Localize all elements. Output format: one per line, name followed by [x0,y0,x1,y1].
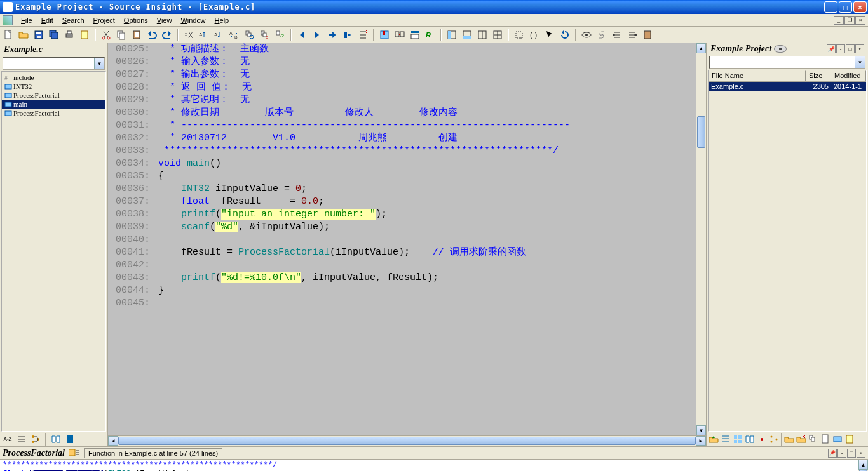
layout3-button[interactable] [475,28,489,42]
sort-az-button[interactable]: A-Z [1,434,14,445]
code-line[interactable]: 00025: * 功能描述： 主函数 [108,43,696,56]
sync-button[interactable] [756,434,768,445]
symbol-browse-button[interactable] [408,28,422,42]
redo-button[interactable] [160,28,174,42]
paste-button[interactable] [130,28,144,42]
scroll-down-button[interactable]: ▼ [696,425,706,435]
select-block-button[interactable] [512,28,526,42]
details-view-button[interactable] [732,434,743,445]
goto-link-button[interactable] [595,28,609,42]
symbol-item[interactable]: ProcessFactorial [2,109,105,117]
code-line[interactable]: 00027: * 输出参数： 无 [108,69,696,81]
minimize-button[interactable]: _ [824,1,837,13]
arrow-cursor-button[interactable] [543,28,557,42]
find-prev-button[interactable]: A [197,28,211,42]
code-line[interactable]: 00032: * 20130712 V1.0 周兆熊 创建 [108,132,696,145]
code-editor[interactable]: 00025: * 功能描述： 主函数00026: * 输入参数： 无00027:… [108,43,696,435]
open-button[interactable] [17,28,31,42]
go-line-button[interactable] [356,28,370,42]
code-line[interactable]: 00044: } [108,284,696,297]
go-forward-button[interactable] [310,28,324,42]
symbol-filter-combo[interactable]: ▼ [3,57,105,70]
code-line[interactable]: 00045: [108,297,696,310]
print-button[interactable] [62,28,76,42]
eye-button[interactable] [580,28,593,42]
project-file-list[interactable]: File Name Size Modified Example.c2305201… [708,70,867,432]
clipboard-tool-button[interactable] [641,28,654,42]
replace-files-button[interactable]: B [258,28,272,42]
new-button[interactable] [1,28,15,42]
link-window-button[interactable] [393,28,407,42]
symbol-list[interactable]: #include INT32ProcessFactorialmainProces… [1,71,106,432]
code-line[interactable]: 00030: * 修改日期 版本号 修改人 修改内容 [108,107,696,119]
book-toggle-button[interactable] [64,434,76,445]
layout4-button[interactable] [491,28,505,42]
code-line[interactable]: 00034: void main() [108,157,696,170]
find-files-button[interactable] [243,28,257,42]
layout2-button[interactable] [460,28,474,42]
editor-vscrollbar[interactable]: ▲ ▼ [696,43,706,435]
code-line[interactable]: 00040: [108,234,696,246]
book-open-button[interactable] [50,434,62,445]
list-view-button[interactable] [720,434,731,445]
menu-search[interactable]: Search [58,16,89,25]
view-tree-button[interactable] [29,434,42,445]
code-line[interactable]: 00026: * 输入参数： 无 [108,56,696,69]
project-filter-combo[interactable]: ▼ [709,56,865,69]
code-line[interactable]: 00039: scanf("%d", &iInputValue); [108,221,696,234]
menu-file[interactable]: File [17,16,37,25]
sync-files-button[interactable] [808,434,819,445]
code-line[interactable]: 00031: * -------------------------------… [108,119,696,132]
jump-caller-button[interactable] [341,28,355,42]
symbol-item[interactable]: main [2,100,105,109]
scroll-thumb[interactable] [697,116,705,148]
menu-project[interactable]: Project [89,16,119,25]
parens-button[interactable]: ( ) [527,28,541,42]
replace-button[interactable]: AB [227,28,241,42]
remove-file-button[interactable] [796,434,807,445]
jump-def-button[interactable] [325,28,339,42]
code-line[interactable]: 00033: *********************************… [108,145,696,157]
indent-left-button[interactable] [610,28,624,42]
symbol-item[interactable]: INT32 [2,82,105,91]
find-next-button[interactable]: A [212,28,226,42]
panel-min-button[interactable]: - [836,44,845,53]
code-line[interactable]: 00038: printf("input an integer number: … [108,208,696,221]
save-button[interactable] [32,28,46,42]
ctx-scroll-up[interactable]: ▲ [858,460,868,470]
symbol-item[interactable]: ProcessFactorial [2,91,105,100]
find-button[interactable] [182,28,196,42]
scroll-thumb-h[interactable] [118,437,696,445]
help-button[interactable] [844,434,855,445]
project-settings-button[interactable] [832,434,843,445]
cut-button[interactable] [99,28,113,42]
menu-window[interactable]: Window [176,16,210,25]
code-line[interactable]: 00042: [108,259,696,272]
go-back-button[interactable] [295,28,309,42]
ctx-min-button[interactable]: - [837,449,846,458]
bookmark-button[interactable] [377,28,391,42]
menu-edit[interactable]: Edit [37,16,58,25]
ctx-pin-button[interactable]: 📌 [828,449,837,458]
copy-button[interactable] [114,28,128,42]
close-button[interactable]: × [853,1,867,13]
pin-button[interactable]: 📌 [827,44,836,53]
lookup-button[interactable]: R [273,28,287,42]
symbol-item[interactable]: #include [2,73,105,82]
save-all-button[interactable] [47,28,61,42]
mdi-close-button[interactable]: × [855,16,865,25]
menu-view[interactable]: View [153,16,177,25]
relation-button[interactable]: R [423,28,437,42]
panel-close-button[interactable]: × [855,44,864,53]
tree-button[interactable] [768,434,780,445]
book-button[interactable] [744,434,756,445]
code-line[interactable]: 00041: fResult = ProcessFactorial(iInput… [108,246,696,259]
code-line[interactable]: 00028: * 返 回 值： 无 [108,81,696,94]
col-filename[interactable]: File Name [709,70,806,81]
layout1-button[interactable] [445,28,459,42]
menu-options[interactable]: Options [119,16,153,25]
chevron-down-icon[interactable]: ▼ [94,58,104,69]
add-file-button[interactable] [783,434,795,445]
refresh-button[interactable] [558,28,572,42]
chevron-down-icon[interactable]: ▼ [855,56,865,68]
